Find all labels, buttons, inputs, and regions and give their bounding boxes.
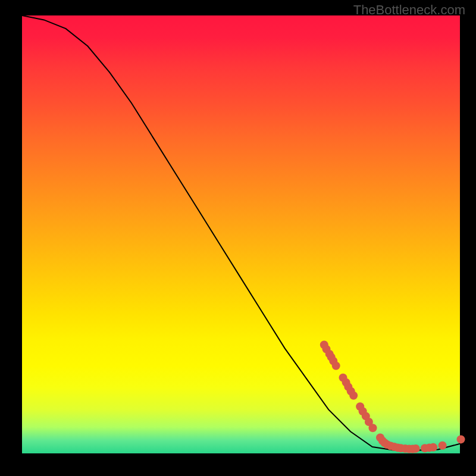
chart-marker xyxy=(412,444,420,453)
chart-markers xyxy=(320,341,465,453)
chart-marker xyxy=(369,424,377,432)
chart-svg xyxy=(22,15,460,453)
chart-marker xyxy=(332,362,340,370)
chart-area xyxy=(22,15,460,453)
chart-marker xyxy=(439,441,447,450)
chart-marker xyxy=(457,435,465,443)
watermark-text: TheBottleneck.com xyxy=(353,2,465,18)
chart-marker xyxy=(349,392,358,400)
chart-marker xyxy=(429,443,437,452)
chart-line xyxy=(22,15,460,450)
